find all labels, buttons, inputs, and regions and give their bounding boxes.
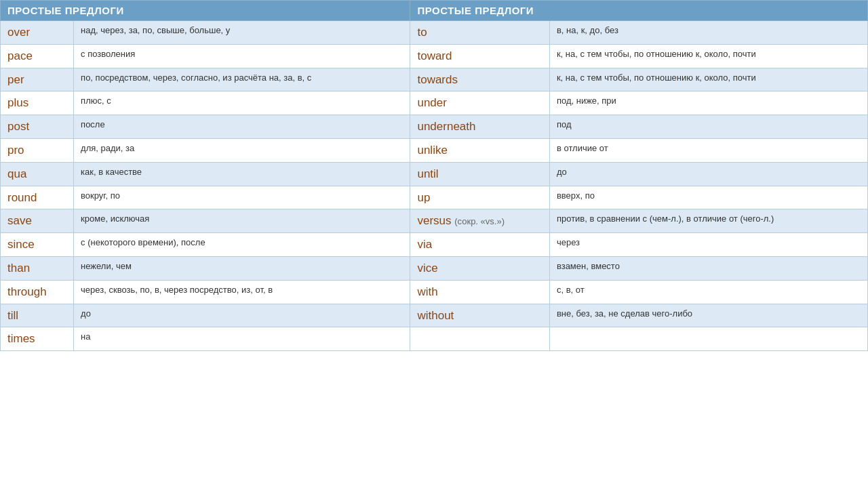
right-translation: в отличие от [549, 138, 867, 162]
right-preposition: up [410, 186, 549, 209]
left-preposition: till [1, 304, 74, 327]
left-preposition: per [1, 68, 74, 92]
right-preposition: under [410, 92, 549, 115]
table-row: plusплюс, сunderпод, ниже, при [1, 92, 868, 115]
left-preposition: pace [1, 44, 74, 68]
left-translation: плюс, с [74, 92, 410, 115]
left-preposition: times [1, 327, 74, 351]
table-row: thanнежели, чемviceвзамен, вместо [1, 256, 868, 280]
left-translation: с (некоторого времени), после [74, 233, 410, 257]
right-translation: через [549, 233, 867, 257]
table-row: saveкроме, исключаяversus (сокр. «vs.»)п… [1, 209, 868, 233]
left-translation: по, посредством, через, согласно, из рас… [74, 68, 410, 92]
left-translation: для, ради, за [74, 138, 410, 162]
right-translation [549, 327, 867, 351]
right-preposition [410, 327, 549, 351]
left-translation: с позволения [74, 44, 410, 68]
table-row: quaкак, в качествеuntilдо [1, 162, 868, 186]
table-row: sinceс (некоторого времени), послеviaчер… [1, 233, 868, 257]
table-row: tillдоwithoutвне, без, за, не сделав чег… [1, 304, 868, 327]
left-translation: на [74, 327, 410, 351]
right-preposition: vice [410, 256, 549, 280]
table-row: overнад, через, за, по, свыше, больше, у… [1, 21, 868, 45]
left-translation: нежели, чем [74, 256, 410, 280]
table-row: throughчерез, сквозь, по, в, через посре… [1, 280, 868, 304]
left-preposition: qua [1, 162, 74, 186]
right-translation: под [549, 115, 867, 139]
left-translation: через, сквозь, по, в, через посредство, … [74, 280, 410, 304]
left-preposition: than [1, 256, 74, 280]
right-translation: к, на, с тем чтобы, по отношению к, окол… [549, 68, 867, 92]
left-preposition: post [1, 115, 74, 139]
right-translation: вне, без, за, не сделав чего-либо [549, 304, 867, 327]
table-row: postпослеunderneathпод [1, 115, 868, 139]
right-translation: под, ниже, при [549, 92, 867, 115]
right-translation: вверх, по [549, 186, 867, 209]
right-translation: до [549, 162, 867, 186]
left-preposition: plus [1, 92, 74, 115]
left-translation: вокруг, по [74, 186, 410, 209]
right-preposition: toward [410, 44, 549, 68]
right-preposition: versus (сокр. «vs.») [410, 209, 549, 233]
left-preposition: round [1, 186, 74, 209]
table-row: roundвокруг, поupвверх, по [1, 186, 868, 209]
right-preposition: without [410, 304, 549, 327]
right-preposition: with [410, 280, 549, 304]
right-translation: против, в сравнении с (чем-л.), в отличи… [549, 209, 867, 233]
right-preposition: underneath [410, 115, 549, 139]
right-preposition: to [410, 21, 549, 45]
left-preposition: pro [1, 138, 74, 162]
left-translation: кроме, исключая [74, 209, 410, 233]
table-row: proдля, ради, заunlikeв отличие от [1, 138, 868, 162]
right-translation: к, на, с тем чтобы, по отношению к, окол… [549, 44, 867, 68]
prepositions-table: ПРОСТЫЕ ПРЕДЛОГИ ПРОСТЫЕ ПРЕДЛОГИ overна… [0, 0, 868, 351]
header-right: ПРОСТЫЕ ПРЕДЛОГИ [410, 1, 868, 21]
table-header: ПРОСТЫЕ ПРЕДЛОГИ ПРОСТЫЕ ПРЕДЛОГИ [1, 1, 868, 21]
right-preposition: towards [410, 68, 549, 92]
left-preposition: through [1, 280, 74, 304]
right-translation: взамен, вместо [549, 256, 867, 280]
right-preposition: via [410, 233, 549, 257]
left-translation: над, через, за, по, свыше, больше, у [74, 21, 410, 45]
left-translation: до [74, 304, 410, 327]
table-row: perпо, посредством, через, согласно, из … [1, 68, 868, 92]
left-preposition: save [1, 209, 74, 233]
right-translation: в, на, к, до, без [549, 21, 867, 45]
left-translation: как, в качестве [74, 162, 410, 186]
table-row: paceс позволенияtowardк, на, с тем чтобы… [1, 44, 868, 68]
left-preposition: since [1, 233, 74, 257]
right-translation: с, в, от [549, 280, 867, 304]
right-preposition: unlike [410, 138, 549, 162]
header-left: ПРОСТЫЕ ПРЕДЛОГИ [1, 1, 410, 21]
left-translation: после [74, 115, 410, 139]
table-row: timesна [1, 327, 868, 351]
left-preposition: over [1, 21, 74, 45]
right-preposition: until [410, 162, 549, 186]
